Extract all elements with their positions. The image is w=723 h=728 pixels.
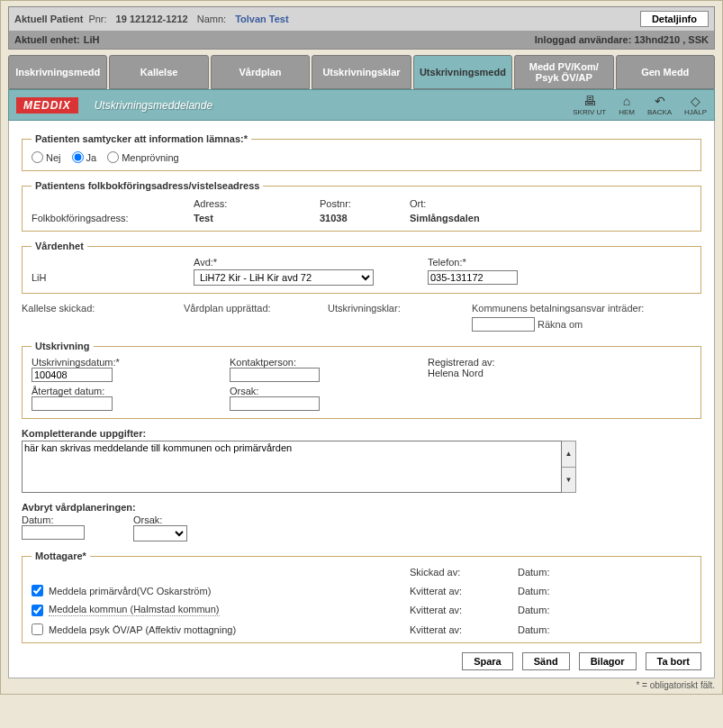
kontakt-label: Kontaktperson: <box>230 357 428 368</box>
utskrivning-legend: Utskrivning <box>32 341 94 351</box>
enhet-value: LiH <box>84 34 100 45</box>
chk-primarvard[interactable] <box>32 585 43 596</box>
footnote: * = obligatoriskt fält. <box>8 680 715 690</box>
name-label: Namn: <box>197 14 226 24</box>
reg-value: Helena Nord <box>428 368 608 378</box>
avd-label: Avd:* <box>194 257 428 268</box>
vardenhet-fieldset: Vårdenhet Avd:* Telefon:* LiH LiH72 Kir … <box>22 241 701 294</box>
brand-logo: MEDDIX <box>16 97 78 114</box>
tab-medd-pv[interactable]: Medd PV/Kom/ Psyk ÖV/AP <box>514 55 613 89</box>
lbl-primarvard: Meddela primärvård(VC Oskarström) <box>49 586 211 596</box>
reg-label: Registrerad av: <box>428 357 608 368</box>
col-adress: Adress: <box>194 198 320 209</box>
login-value: 13hnd210 , SSK <box>634 34 709 45</box>
consent-fieldset: Patienten samtycker att information lämn… <box>22 133 701 171</box>
chk-kommun[interactable] <box>32 605 43 616</box>
betalning-input[interactable] <box>472 317 535 332</box>
addr-row-label: Folkbokföringsadress: <box>32 213 194 223</box>
tab-vardplan[interactable]: Vårdplan <box>211 55 310 89</box>
avd-select[interactable]: LiH72 Kir - LiH Kir avd 72 <box>194 269 374 286</box>
tab-utskrivningsklar[interactable]: Utskrivningsklar <box>312 55 411 89</box>
tab-bar: Inskrivningsmedd Kallelse Vårdplan Utskr… <box>8 55 715 89</box>
utskr-datum-label: Utskrivningsdatum:* <box>32 357 230 368</box>
addr-postnr: 31038 <box>320 213 410 223</box>
avbryt-datum-label: Datum: <box>22 514 85 525</box>
home-icon[interactable]: ⌂HEM <box>619 94 635 116</box>
spara-button[interactable]: Spara <box>462 652 513 670</box>
komp-textarea[interactable]: här kan skrivas meddelande till kommunen… <box>22 441 562 493</box>
pnr-value: 19 121212-1212 <box>116 14 188 24</box>
spin-down-icon[interactable]: ▼ <box>562 468 575 493</box>
addr-adress: Test <box>194 213 320 223</box>
avbryt-orsak-label: Orsak: <box>133 514 187 525</box>
print-icon[interactable]: 🖶SKRIV UT <box>573 94 606 116</box>
col-ort: Ort: <box>410 198 572 209</box>
lbl-psyk: Meddela psyk ÖV/AP (Affektiv mottagning) <box>49 624 236 635</box>
radio-ja[interactable] <box>72 151 84 163</box>
bilagor-button[interactable]: Bilagor <box>579 652 637 670</box>
atertaget-label: Återtaget datum: <box>32 386 230 396</box>
detail-button[interactable]: Detaljinfo <box>640 11 709 27</box>
komp-spinner: ▲ ▼ <box>562 441 576 493</box>
utskr-datum-input[interactable] <box>32 368 113 382</box>
tel-input[interactable] <box>428 270 518 285</box>
vard-unit: LiH <box>32 272 194 283</box>
mott-datum1: Datum: <box>518 586 691 596</box>
tab-kallelse[interactable]: Kallelse <box>109 55 208 89</box>
mott-kvitterat1: Kvitterat av: <box>410 586 518 596</box>
login-label: Inloggad användare: <box>535 34 632 45</box>
lbl-kommun: Meddela kommun (Halmstad kommun) <box>49 604 220 616</box>
mott-skickad-hdr: Skickad av: <box>410 567 518 578</box>
tab-inskrivning[interactable]: Inskrivningsmedd <box>8 55 107 89</box>
consent-legend: Patienten samtycker att information lämn… <box>32 133 251 144</box>
tab-utskrivningsmedd[interactable]: Utskrivningsmedd <box>413 55 512 89</box>
mott-datum-hdr1: Datum: <box>518 567 691 578</box>
mottagare-legend: Mottagare* <box>32 551 90 561</box>
utskrivning-fieldset: Utskrivning Utskrivningsdatum:* Kontaktp… <box>22 341 701 419</box>
help-icon[interactable]: ◇HJÄLP <box>684 94 707 116</box>
tabort-button[interactable]: Ta bort <box>646 652 701 670</box>
pnr-label: Pnr: <box>88 14 106 24</box>
back-icon[interactable]: ↶BACKA <box>647 94 672 116</box>
address-legend: Patientens folkbokföringsadress/vistelse… <box>32 180 263 191</box>
tel-label: Telefon:* <box>428 257 554 268</box>
addr-ort: Simlångsdalen <box>410 213 572 223</box>
atertaget-input[interactable] <box>32 396 113 411</box>
kontakt-input[interactable] <box>230 368 320 382</box>
patient-label: Aktuell Patient <box>14 14 83 24</box>
enhet-label: Aktuell enhet: <box>14 34 80 45</box>
tab-gen-medd[interactable]: Gen Medd <box>616 55 715 89</box>
status-kallelse: Kallelse skickad: <box>22 303 157 314</box>
status-betalning: Kommunens betalningsansvar inträder: <box>472 303 644 314</box>
mottagare-fieldset: Mottagare* Skickad av: Datum: Meddela pr… <box>22 551 701 643</box>
spin-up-icon[interactable]: ▲ <box>562 441 575 468</box>
avbryt-datum-input[interactable] <box>22 525 85 540</box>
rakna-om-link[interactable]: Räkna om <box>538 319 583 330</box>
avbryt-orsak-select[interactable] <box>133 525 187 541</box>
orsak-input[interactable] <box>230 396 320 411</box>
address-fieldset: Patientens folkbokföringsadress/vistelse… <box>22 180 701 232</box>
avbryt-title: Avbryt vårdplaneringen: <box>22 502 701 513</box>
orsak-label: Orsak: <box>230 386 428 396</box>
mott-kvitterat3: Kvitterat av: <box>410 624 518 635</box>
sand-button[interactable]: Sänd <box>522 652 570 670</box>
komp-label: Kompletterande uppgifter: <box>22 428 701 439</box>
radio-menprovning[interactable] <box>107 151 119 163</box>
toolbar: MEDDIX Utskrivningsmeddelande 🖶SKRIV UT … <box>8 89 715 121</box>
status-vardplan: Vårdplan upprättad: <box>184 303 301 314</box>
patient-header: Aktuell Patient Pnr: 19 121212-1212 Namn… <box>8 6 715 50</box>
mott-datum2: Datum: <box>518 605 691 615</box>
name-value: Tolvan Test <box>235 14 289 24</box>
mott-datum3: Datum: <box>518 624 691 635</box>
mott-kvitterat2: Kvitterat av: <box>410 605 518 615</box>
col-postnr: Postnr: <box>320 198 410 209</box>
chk-psyk[interactable] <box>32 623 43 635</box>
status-utklar: Utskrivningsklar: <box>328 303 445 314</box>
radio-nej[interactable] <box>32 151 43 163</box>
section-title: Utskrivningsmeddelande <box>95 99 212 112</box>
vardenhet-legend: Vårdenhet <box>32 241 87 251</box>
